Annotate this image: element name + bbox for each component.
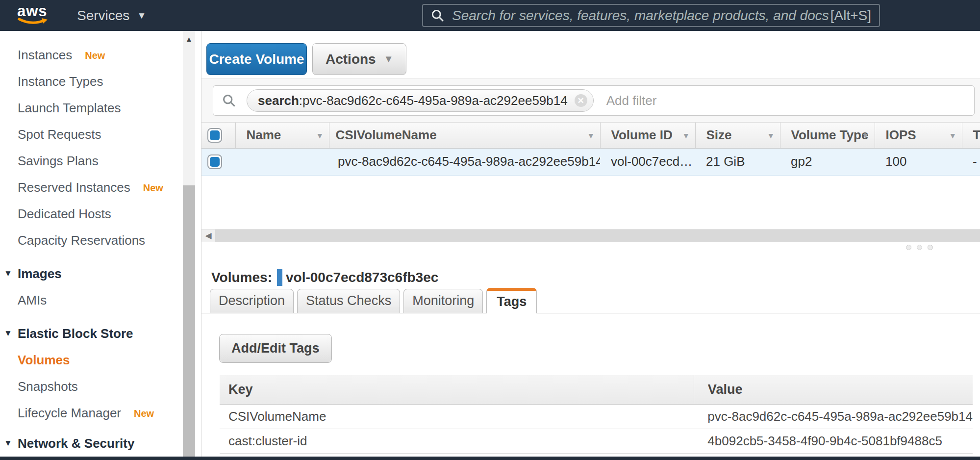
sidebar-item-reserved-instances[interactable]: Reserved Instances New [0, 174, 201, 201]
new-badge: New [85, 50, 105, 61]
cell-truncated: - [962, 148, 980, 175]
tab-monitoring[interactable]: Monitoring [403, 289, 483, 313]
filter-tag-key: search [258, 93, 299, 108]
aws-logo-text: aws [17, 4, 49, 19]
sidebar-nav-list: Instances New Instance Types Launch Temp… [0, 31, 201, 457]
checkbox-checked-icon [210, 130, 220, 140]
detail-tabs: Description Status Checks Monitoring Tag… [201, 288, 980, 313]
window-bottom-edge [0, 457, 980, 460]
sidebar-section-images[interactable]: ▼ Images [0, 260, 201, 287]
tag-key: CSIVolumeName [220, 405, 694, 429]
services-menu[interactable]: Services ▼ [77, 8, 146, 24]
sidebar-section-network-security[interactable]: ▼ Network & Security [0, 430, 201, 457]
tags-tab-panel: Add/Edit Tags Key Value CSIVolumeName pv… [201, 313, 980, 454]
services-label: Services [77, 8, 129, 24]
tag-value: 4b092cb5-3458-4f90-9b4c-5081bf9488c5 [694, 429, 973, 454]
cell-csi-volume-name: pvc-8ac9d62c-c645-495a-989a-ac292ee59b14 [329, 148, 600, 175]
select-all-checkbox[interactable] [207, 128, 222, 143]
detail-title-prefix: Volumes: [211, 270, 272, 285]
scroll-up-icon[interactable]: ▲ [183, 31, 195, 47]
sidebar: Instances New Instance Types Launch Temp… [0, 31, 201, 460]
tab-status-checks[interactable]: Status Checks [297, 289, 400, 313]
column-header-iops[interactable]: IOPS ▾ [875, 123, 962, 148]
tag-key: cast:cluster-id [220, 429, 694, 454]
row-checkbox[interactable] [207, 154, 222, 169]
new-badge: New [143, 182, 163, 194]
sidebar-scrollbar-thumb[interactable] [183, 185, 195, 460]
tag-value: pvc-8ac9d62c-c645-495a-989a-ac292ee59b14 [694, 405, 973, 429]
search-shortcut-hint: [Alt+S] [830, 8, 871, 24]
tag-row: CSIVolumeName pvc-8ac9d62c-c645-495a-989… [220, 405, 973, 429]
remove-filter-icon[interactable]: ✕ [575, 94, 587, 107]
tags-table-header-row: Key Value [220, 375, 973, 405]
main-content: Create Volume Actions ▼ search : pvc-8ac… [201, 31, 980, 460]
pane-splitter[interactable] [201, 242, 980, 268]
detail-pane-title: Volumes: vol-00c7ecd873c6fb3ec [211, 268, 980, 287]
horizontal-scrollbar-track[interactable] [215, 230, 980, 242]
column-header-volume-type[interactable]: Volume Type ▾ [780, 123, 875, 148]
row-select-cell [201, 148, 235, 175]
chevron-down-icon: ▼ [137, 10, 146, 21]
column-header-csivolumename[interactable]: CSIVolumeName ▾ [329, 123, 600, 148]
sidebar-item-amis[interactable]: AMIs [0, 287, 201, 313]
sidebar-item-snapshots[interactable]: Snapshots [0, 373, 201, 400]
tab-description[interactable]: Description [210, 289, 294, 313]
horizontal-scrollbar[interactable]: ◀ [201, 229, 980, 242]
volumes-table-header-row: Name ▾ CSIVolumeName ▾ Volume ID ▾ Size … [201, 123, 980, 148]
global-search-input[interactable]: Search for services, features, marketpla… [422, 4, 880, 27]
tag-row: cast:cluster-id 4b092cb5-3458-4f90-9b4c-… [220, 429, 973, 454]
search-icon [431, 9, 444, 22]
action-toolbar: Create Volume Actions ▼ [206, 43, 980, 75]
sidebar-item-spot-requests[interactable]: Spot Requests [0, 121, 201, 148]
sidebar-item-lifecycle-manager[interactable]: Lifecycle Manager New [0, 400, 201, 426]
sidebar-item-instance-types[interactable]: Instance Types [0, 68, 201, 95]
cell-iops: 100 [875, 148, 962, 175]
column-header-name[interactable]: Name ▾ [235, 123, 329, 148]
column-header-size[interactable]: Size ▾ [695, 123, 780, 148]
sort-icon[interactable]: ▾ [951, 130, 955, 141]
sidebar-item-capacity-reservations[interactable]: Capacity Reservations [0, 227, 201, 254]
sort-icon[interactable]: ▾ [863, 130, 868, 141]
filter-tag[interactable]: search : pvc-8ac9d62c-c645-495a-989a-ac2… [247, 89, 594, 112]
search-placeholder: Search for services, features, marketpla… [452, 8, 830, 24]
sidebar-item-launch-templates[interactable]: Launch Templates [0, 95, 201, 121]
triangle-down-icon: ▼ [4, 329, 18, 338]
chevron-down-icon: ▼ [384, 53, 394, 65]
actions-button[interactable]: Actions ▼ [312, 43, 406, 75]
sort-icon[interactable]: ▾ [589, 130, 593, 141]
filter-tag-separator: : [299, 93, 302, 108]
volumes-table: Name ▾ CSIVolumeName ▾ Volume ID ▾ Size … [201, 123, 980, 176]
sidebar-item-volumes[interactable]: Volumes [0, 347, 201, 373]
sidebar-scrollbar[interactable]: ▲ [183, 31, 195, 460]
tags-key-header: Key [220, 375, 694, 405]
filter-input-area[interactable]: search : pvc-8ac9d62c-c645-495a-989a-ac2… [213, 85, 975, 116]
sort-icon[interactable]: ▾ [318, 130, 322, 141]
column-header-volume-id[interactable]: Volume ID ▾ [600, 123, 695, 148]
aws-logo[interactable]: aws [17, 4, 49, 27]
sidebar-item-savings-plans[interactable]: Savings Plans [0, 148, 201, 174]
filter-bar: search : pvc-8ac9d62c-c645-495a-989a-ac2… [201, 78, 980, 123]
cell-name [235, 148, 329, 175]
volume-row-selected[interactable]: pvc-8ac9d62c-c645-495a-989a-ac292ee59b14… [201, 148, 980, 175]
triangle-down-icon: ▼ [4, 438, 18, 448]
cell-volume-type: gp2 [780, 148, 875, 175]
cell-volume-id: vol-00c7ecd… [600, 148, 695, 175]
add-edit-tags-button[interactable]: Add/Edit Tags [219, 334, 332, 363]
tab-tags[interactable]: Tags [486, 288, 537, 313]
sort-icon[interactable]: ▾ [769, 130, 773, 141]
create-volume-button[interactable]: Create Volume [206, 43, 307, 75]
tags-table: Key Value CSIVolumeName pvc-8ac9d62c-c64… [220, 375, 973, 454]
drag-handle-icon[interactable] [906, 245, 938, 250]
sort-icon[interactable]: ▾ [684, 130, 688, 141]
checkbox-checked-icon [210, 157, 220, 167]
sidebar-item-instances[interactable]: Instances New [0, 42, 201, 68]
selection-bar [277, 269, 282, 286]
add-filter-button[interactable]: Add filter [606, 93, 657, 108]
column-header-truncated[interactable]: T [962, 123, 980, 148]
aws-smile-icon [17, 17, 49, 27]
sidebar-section-elastic-block-store[interactable]: ▼ Elastic Block Store [0, 320, 201, 347]
scroll-left-icon[interactable]: ◀ [201, 230, 215, 242]
filter-tag-value: pvc-8ac9d62c-c645-495a-989a-ac292ee59b14 [302, 93, 568, 108]
sidebar-item-dedicated-hosts[interactable]: Dedicated Hosts [0, 201, 201, 227]
filter-search-icon [222, 94, 236, 107]
